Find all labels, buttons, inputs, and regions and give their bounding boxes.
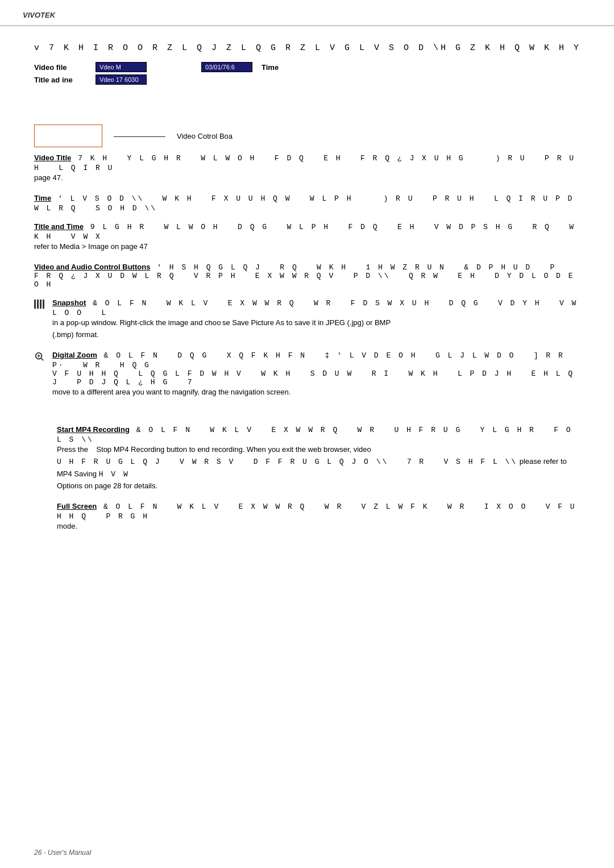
mp4-line3: U H F R U G L Q J V W R S V D F F R U G … bbox=[57, 456, 580, 481]
video-title-subtext: page 47. bbox=[34, 172, 580, 184]
svg-line-1 bbox=[41, 358, 43, 360]
zoom-icon bbox=[34, 351, 44, 362]
mp4-subtext: Options on page 28 for details. bbox=[57, 480, 580, 492]
page-footer: 26 - User's Manual bbox=[34, 849, 91, 857]
title-time-label: Title ad ine bbox=[34, 76, 91, 84]
time-value: 03/01/76:6 bbox=[205, 64, 235, 70]
snapshot-icon-area bbox=[34, 298, 50, 309]
video-title-section: Video Title 7 K H Y L G H R W L W O H F … bbox=[34, 153, 580, 184]
control-box bbox=[34, 124, 102, 147]
video-title-heading: Video Title bbox=[34, 153, 71, 162]
zoom-encoded2: V F U H H Q L Q G L F D W H V W K H S D … bbox=[52, 369, 580, 387]
fullscreen-heading: Full Screen bbox=[57, 502, 97, 510]
main-content: v 7 K H I R O O R Z L Q J Z L Q G R Z L … bbox=[0, 26, 614, 564]
page-header: VIVOTEK bbox=[0, 0, 614, 26]
video-file-box: Vdeo M bbox=[96, 62, 147, 72]
digital-zoom-section: Digital Zoom & O L F N D Q G X Q F K H F… bbox=[34, 350, 580, 398]
zoom-icon-area bbox=[34, 350, 50, 363]
audio-control-heading: Video and Audio Control Buttons bbox=[34, 263, 150, 271]
fullscreen-subtext: mode. bbox=[57, 521, 580, 533]
video-control-label: Video Cotrol Boa bbox=[177, 132, 233, 140]
video-file-row: Video file Vdeo M 03/01/76:6 Time bbox=[34, 62, 580, 72]
time-encoded: ' L V S O D \\ W K H F X U U H Q W W L P… bbox=[34, 194, 574, 213]
video-title-encoded: 7 K H Y L G H R W L W O H F D Q E H F R … bbox=[34, 154, 575, 172]
video-diagram: Video file Vdeo M 03/01/76:6 Time Title … bbox=[34, 62, 580, 107]
zoom-content: Digital Zoom & O L F N D Q G X Q F K H F… bbox=[52, 350, 580, 398]
video-control-area: ——————— Video Cotrol Boa bbox=[34, 124, 580, 147]
snapshot-content: Snapshot & O L F N W K L V E X W W R Q W… bbox=[52, 298, 580, 342]
title-time-box: Vdeo 17 6030 bbox=[96, 74, 147, 85]
mp4-heading: Start MP4 Recording bbox=[57, 425, 130, 434]
video-file-value: Vdeo M bbox=[99, 64, 121, 70]
mp4-line2: Press the Stop MP4 Recording button to e… bbox=[57, 444, 580, 456]
time-heading: Time bbox=[34, 194, 51, 202]
footer-text: 26 - User's Manual bbox=[34, 849, 91, 857]
title-time-row: Title ad ine Vdeo 17 6030 bbox=[34, 74, 580, 85]
mp4-section: Start MP4 Recording & O L F N W K L V E … bbox=[34, 425, 580, 492]
snapshot-icon bbox=[34, 300, 45, 309]
zoom-subtext: move to a different area you want to mag… bbox=[52, 387, 580, 398]
audio-control-encoded: ' H S H Q G L Q J R Q W K H 1 H W Z R U … bbox=[157, 263, 556, 272]
mp4-encoded: & O L F N W K L V E X W W R Q W R U H F … bbox=[57, 426, 572, 444]
title-time-section: Title and Time 9 L G H R W L W O H D Q G… bbox=[34, 222, 580, 253]
brand-name: VIVOTEK bbox=[23, 11, 55, 19]
fullscreen-section: Full Screen & O L F N W K L V E X W W R … bbox=[34, 501, 580, 533]
snapshot-encoded: & O L F N W K L V E X W W R Q W R F D S … bbox=[52, 299, 578, 317]
snapshot-subtext: in a pop-up window. Right-click the imag… bbox=[52, 317, 580, 342]
fullscreen-content: Full Screen & O L F N W K L V E X W W R … bbox=[34, 501, 580, 533]
time-section: Time ' L V S O D \\ W K H F X U U H Q W … bbox=[34, 193, 580, 213]
snapshot-section: Snapshot & O L F N W K L V E X W W R Q W… bbox=[34, 298, 580, 342]
zoom-heading: Digital Zoom bbox=[52, 351, 97, 359]
spacer1 bbox=[34, 408, 580, 425]
zoom-encoded: & O L F N D Q G X Q F K H F N ‡ ' L V D … bbox=[52, 351, 565, 369]
audio-control-encoded2: F R Q ¿ J X U D W L R Q V R P H E X W W … bbox=[34, 272, 580, 289]
title-time-value: Vdeo 17 6030 bbox=[99, 76, 139, 83]
audio-control-section: Video and Audio Control Buttons ' H S H … bbox=[34, 262, 580, 289]
fullscreen-encoded: & O L F N W K L V E X W W R Q W R V Z L … bbox=[57, 502, 576, 521]
snapshot-heading: Snapshot bbox=[52, 298, 86, 307]
video-file-label: Video file bbox=[34, 63, 91, 72]
intro-line: v 7 K H I R O O R Z L Q J Z L Q G R Z L … bbox=[34, 43, 580, 53]
mp4-content: Start MP4 Recording & O L F N W K L V E … bbox=[34, 425, 580, 492]
title-time-subtext: refer to Media > Image on page 47 bbox=[34, 241, 580, 253]
time-value-box: 03/01/76:6 bbox=[201, 62, 252, 72]
title-time-heading: Title and Time bbox=[34, 222, 84, 231]
title-time-encoded: 9 L G H R W L W O H D Q G W L P H F D Q … bbox=[34, 223, 575, 241]
time-label: Time bbox=[262, 63, 279, 72]
